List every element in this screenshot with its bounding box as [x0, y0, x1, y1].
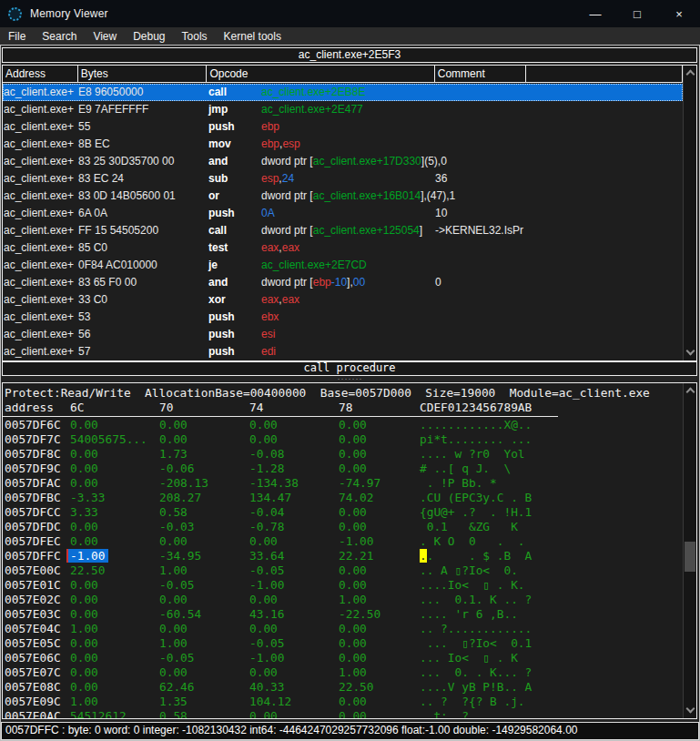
memory-ascii-cell[interactable]: .... w ?r0 Yol [420, 447, 525, 461]
minimize-button[interactable]: — [574, 0, 616, 27]
memory-value-cell[interactable]: 0.00 [249, 593, 278, 606]
menu-item-tools[interactable]: Tools [174, 27, 216, 45]
memory-address-cell[interactable]: 0057DFBC [5, 491, 61, 504]
memory-value-cell[interactable]: 0.00 [70, 534, 98, 548]
memory-ascii-cell[interactable]: .. . $ .B A [420, 549, 532, 563]
memory-value-cell[interactable]: 0.00 [70, 680, 98, 694]
memory-value-cell[interactable]: 0.00 [70, 520, 98, 533]
maximize-button[interactable]: □ [616, 0, 658, 27]
memory-value-cell[interactable]: 0.00 [159, 418, 188, 431]
memory-value-cell[interactable]: -0.06 [159, 462, 195, 475]
panel-splitter[interactable]: ······· [0, 376, 700, 382]
memory-value-cell[interactable]: -1.00 [66, 549, 108, 563]
memory-value-cell[interactable]: 0.00 [339, 709, 367, 718]
memory-value-cell[interactable]: 0.00 [339, 432, 367, 446]
memory-address-cell[interactable]: 0057DF9C [5, 462, 61, 475]
memory-value-cell[interactable]: 0.00 [159, 622, 188, 635]
memory-ascii-cell[interactable]: .. A ▯?Io< 0. [420, 563, 518, 577]
memory-ascii-cell[interactable]: . K O 0 . . [420, 534, 525, 548]
menu-item-debug[interactable]: Debug [125, 27, 173, 45]
memory-ascii-cell[interactable]: 0.1 &ZG K [420, 520, 518, 533]
memory-value-cell[interactable]: 74.02 [339, 491, 374, 504]
memory-value-cell[interactable]: 0.00 [249, 665, 278, 679]
memory-address-cell[interactable]: 0057E00C [5, 563, 61, 577]
memory-value-cell[interactable]: 0.00 [70, 665, 98, 679]
memory-value-cell[interactable]: -134.38 [249, 476, 299, 490]
memory-value-cell[interactable]: 0.00 [339, 563, 367, 577]
memory-value-cell[interactable]: 0.58 [159, 505, 188, 519]
scroll-down-button[interactable] [684, 704, 696, 718]
memory-value-cell[interactable]: -1.28 [249, 462, 285, 475]
memory-value-cell[interactable]: 22.50 [70, 563, 106, 577]
memory-value-cell[interactable]: 0.00 [70, 651, 98, 665]
memory-value-cell[interactable]: -74.97 [339, 476, 380, 490]
memory-value-cell[interactable]: 0.00 [339, 447, 367, 461]
memory-value-cell[interactable]: -34.95 [159, 549, 201, 563]
scroll-up-button[interactable] [684, 383, 696, 398]
memory-address-cell[interactable]: 0057E03C [5, 607, 61, 621]
disasm-row[interactable]: ac_client.exe+83 0D 14B05600 01ordword p… [3, 188, 683, 205]
memory-value-cell[interactable]: 0.00 [339, 505, 367, 519]
memory-value-cell[interactable]: 0.58 [159, 709, 188, 718]
memory-value-cell[interactable]: 22.50 [339, 680, 374, 694]
memory-ascii-cell[interactable]: pi*t........ ... [420, 432, 532, 446]
memory-value-cell[interactable]: -0.03 [159, 520, 195, 533]
memory-value-cell[interactable]: 0.00 [339, 622, 367, 635]
menu-item-view[interactable]: View [85, 27, 125, 45]
column-header-bytes[interactable]: Bytes [78, 66, 208, 82]
disasm-row[interactable]: ac_client.exe+53pushebx [3, 309, 683, 326]
disasm-row[interactable]: ac_client.exe+0F84 AC010000jeac_client.e… [3, 257, 683, 274]
memory-value-cell[interactable]: -22.50 [339, 607, 380, 621]
memory-value-cell[interactable]: 1.73 [159, 447, 188, 461]
memory-value-cell[interactable]: 22.21 [339, 549, 374, 563]
memory-value-cell[interactable]: 1.00 [70, 622, 98, 635]
disasm-row[interactable]: ac_client.exe+8B ECmovebp,esp [3, 136, 683, 153]
memory-value-cell[interactable]: 1.35 [159, 695, 188, 708]
memory-value-cell[interactable]: 1.00 [339, 665, 367, 679]
memory-address-cell[interactable]: 0057E07C [5, 665, 61, 679]
memory-address-cell[interactable]: 0057DFDC [5, 520, 61, 533]
memory-value-cell[interactable]: 208.27 [159, 491, 201, 504]
memory-value-cell[interactable]: -0.05 [249, 563, 285, 577]
memory-value-cell[interactable]: 0.00 [249, 432, 278, 446]
disasm-row[interactable]: ac_client.exe+6A 0Apush0A10 [3, 205, 683, 222]
memory-value-cell[interactable]: 0.00 [70, 593, 98, 606]
disasm-row[interactable]: ac_client.exe+85 C0testeax,eax [3, 239, 683, 257]
memory-address-cell[interactable]: 0057DF8C [5, 447, 61, 461]
memory-value-cell[interactable]: 0.00 [159, 432, 188, 446]
memory-address-cell[interactable]: 0057E05C [5, 636, 61, 650]
disassembly-scrollbar[interactable] [683, 66, 696, 360]
memory-address-cell[interactable]: 0057E09C [5, 695, 61, 708]
memory-address-cell[interactable]: 0057E06C [5, 651, 61, 665]
memory-ascii-cell[interactable]: .. ? ?{? B .j. [420, 695, 525, 708]
menu-item-kernel-tools[interactable]: Kernel tools [216, 27, 289, 45]
memory-value-cell[interactable]: 0.00 [339, 578, 367, 592]
menu-item-file[interactable]: File [0, 27, 34, 45]
memory-value-cell[interactable]: 104.12 [249, 695, 291, 708]
memory-ascii-cell[interactable]: # ..[ q J. \ [420, 462, 511, 475]
disasm-row[interactable]: ac_client.exe+55pushebp [3, 118, 683, 136]
memory-value-cell[interactable]: 0.00 [70, 636, 98, 650]
memory-value-cell[interactable]: 1.00 [70, 695, 98, 708]
memory-value-cell[interactable]: 54512612... [70, 709, 147, 718]
memory-ascii-cell[interactable]: ............X@.. [420, 418, 532, 431]
scrollbar-thumb[interactable] [685, 542, 695, 572]
memory-ascii-cell[interactable]: .... 'r 6 ,B.. [420, 607, 518, 621]
memory-value-cell[interactable]: 0.00 [159, 593, 188, 606]
disasm-row[interactable]: ac_client.exe+57pushedi [3, 343, 683, 360]
memory-value-cell[interactable]: -1.00 [249, 651, 285, 665]
memory-scrollbar[interactable] [683, 383, 696, 718]
memory-ascii-cell[interactable]: ..t: .?........ [420, 709, 525, 718]
memory-ascii-cell[interactable]: ... 0. . K... ? [420, 665, 532, 679]
memory-value-cell[interactable]: 43.16 [249, 607, 285, 621]
memory-ascii-cell[interactable]: {gU@+ .? . !H.1 [420, 505, 532, 519]
memory-ascii-cell[interactable]: . !P Bb. * [420, 476, 497, 490]
memory-value-cell[interactable]: 54005675... [70, 432, 147, 446]
disasm-row[interactable]: ac_client.exe+33 C0xoreax,eax [3, 291, 683, 309]
memory-value-cell[interactable]: 0.00 [339, 418, 367, 431]
memory-value-cell[interactable]: 0.00 [339, 462, 367, 475]
scroll-up-button[interactable] [684, 66, 696, 80]
memory-ascii-cell[interactable]: ... ▯?Io< 0.1 [420, 636, 532, 650]
memory-value-cell[interactable]: 0.00 [339, 636, 367, 650]
memory-address-cell[interactable]: 0057E0AC [5, 709, 61, 718]
